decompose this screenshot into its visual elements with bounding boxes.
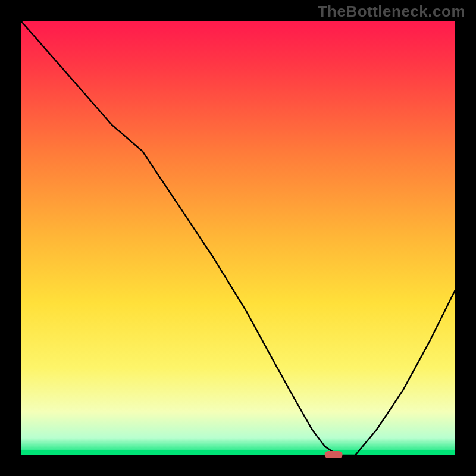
baseline-green-band bbox=[21, 450, 455, 455]
optimal-marker bbox=[325, 451, 343, 458]
svg-rect-0 bbox=[21, 450, 455, 455]
chart-frame: TheBottleneck.com bbox=[0, 0, 476, 476]
bottleneck-chart bbox=[0, 0, 476, 476]
plot-background bbox=[21, 21, 455, 455]
